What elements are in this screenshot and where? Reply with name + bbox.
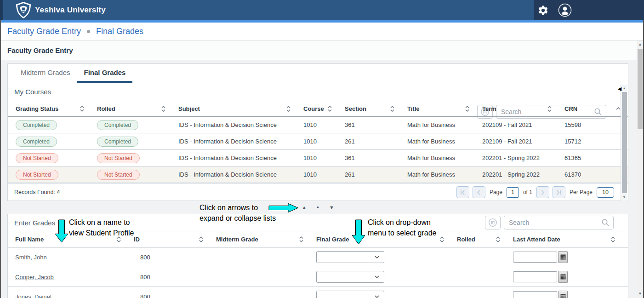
- student-name-link[interactable]: Cooper, Jacob: [15, 274, 54, 281]
- sort-icon[interactable]: [465, 106, 469, 112]
- final-grade-select[interactable]: [316, 251, 384, 263]
- students-column-id[interactable]: ID: [134, 236, 216, 243]
- user-profile-icon[interactable]: [558, 3, 572, 17]
- column-label: Full Name: [15, 236, 44, 243]
- course-row[interactable]: Not StartedNot StartedIDS - Information …: [8, 150, 628, 166]
- final-grade-select[interactable]: [316, 291, 384, 298]
- sort-icon[interactable]: [199, 236, 203, 242]
- courses-table-scrollbar[interactable]: ▲ ▼: [621, 85, 627, 201]
- term-cell: 202109 - Fall 2021: [482, 138, 564, 145]
- students-column-last-attend-date[interactable]: Last Attend Date: [513, 236, 628, 243]
- student-row[interactable]: Jones, Daniel800: [8, 287, 628, 298]
- courses-column-rolled[interactable]: Rolled: [97, 105, 178, 112]
- calendar-button[interactable]: [558, 271, 568, 283]
- last-page-button[interactable]: [553, 186, 565, 198]
- students-column-rolled[interactable]: Rolled: [457, 236, 513, 243]
- student-name-link[interactable]: Smith, John: [15, 254, 47, 261]
- page-scrollbar-thumb[interactable]: [638, 49, 643, 129]
- page-scroll-up-icon[interactable]: ▲: [637, 41, 644, 48]
- status-badge-completed: Completed: [97, 120, 138, 130]
- page-scrollbar[interactable]: ▲ ▼: [637, 40, 644, 298]
- grading-status-cell: Completed: [16, 120, 97, 130]
- next-page-button[interactable]: [536, 186, 549, 198]
- courses-table-body: CompletedCompletedIDS - Information & De…: [8, 117, 628, 183]
- rolled-cell: Completed: [97, 137, 178, 147]
- final-grade-cell: [316, 291, 457, 298]
- status-badge-not-started: Not Started: [16, 153, 58, 163]
- column-label: Grading Status: [16, 105, 58, 112]
- divider-dot-control[interactable]: ●: [317, 206, 319, 209]
- pagination: Page of 1 Per Page: [456, 186, 614, 198]
- course-cell: 1010: [303, 171, 345, 178]
- course-cell: 1010: [303, 121, 345, 128]
- chevron-down-icon: [375, 275, 379, 278]
- sort-icon[interactable]: [547, 106, 552, 112]
- window-left-edge: [0, 20, 1, 298]
- last-attend-date-input[interactable]: [513, 291, 557, 298]
- chevron-down-icon: [375, 256, 379, 258]
- student-row[interactable]: Cooper, Jacob800: [8, 267, 628, 287]
- calendar-button[interactable]: [558, 291, 568, 298]
- final-grade-select[interactable]: [316, 271, 384, 283]
- sort-icon[interactable]: [299, 236, 303, 242]
- column-label: Subject: [178, 105, 200, 112]
- courses-column-title[interactable]: Title: [407, 105, 482, 112]
- grade-tabs: Midterm Grades Final Grades: [8, 64, 628, 83]
- status-badge-completed: Completed: [97, 137, 138, 147]
- courses-column-course[interactable]: Course: [303, 105, 345, 112]
- tab-final-grades[interactable]: Final Grades: [77, 64, 133, 83]
- collapse-down-control[interactable]: ▼: [329, 205, 334, 210]
- sort-icon[interactable]: [611, 236, 615, 242]
- page-number-input[interactable]: [507, 187, 519, 198]
- sort-icon[interactable]: [328, 106, 332, 112]
- calendar-icon: [560, 294, 566, 298]
- scrollbar-thumb[interactable]: [622, 92, 627, 193]
- course-row[interactable]: CompletedCompletedIDS - Information & De…: [8, 117, 628, 133]
- courses-column-section[interactable]: Section: [345, 105, 407, 112]
- page-scroll-down-icon[interactable]: ▼: [637, 291, 644, 297]
- header-right-panel: [534, 0, 644, 20]
- scroll-down-icon[interactable]: ▼: [621, 194, 627, 201]
- calendar-icon: [560, 254, 566, 260]
- per-page-input[interactable]: [597, 187, 614, 198]
- records-found-label: Records Found: 4: [14, 189, 60, 195]
- collapse-column-icon[interactable]: [616, 107, 621, 110]
- tab-midterm-grades[interactable]: Midterm Grades: [14, 64, 77, 83]
- rolled-cell: Not Started: [97, 153, 178, 163]
- students-column-midterm-grade[interactable]: Midterm Grade: [216, 236, 316, 243]
- courses-column-grading-status[interactable]: Grading Status: [16, 105, 97, 112]
- grading-status-cell: Completed: [16, 137, 97, 147]
- sort-icon[interactable]: [440, 236, 444, 242]
- grades-tools-button[interactable]: [485, 216, 501, 229]
- title-strip: Faculty Grade Entry: [0, 40, 637, 60]
- faculty-grade-entry-page: Yeshiva University Faculty Grade Entry F…: [0, 0, 644, 298]
- breadcrumb-final-grades[interactable]: Final Grades: [96, 27, 143, 36]
- course-row[interactable]: CompletedCompletedIDS - Information & De…: [8, 133, 628, 150]
- sort-icon[interactable]: [80, 106, 84, 112]
- rolled-cell: Not Started: [97, 170, 178, 180]
- course-row[interactable]: Not StartedNot StartedIDS - Information …: [8, 166, 628, 183]
- expand-up-control[interactable]: ▲: [302, 205, 307, 210]
- section-cell: 261: [345, 171, 407, 178]
- courses-column-term[interactable]: Term: [482, 105, 564, 112]
- sort-icon[interactable]: [496, 236, 500, 242]
- calendar-button[interactable]: [558, 251, 568, 263]
- student-id-cell: 800: [134, 254, 216, 261]
- annotation-student-profile: Click on a name toview Student Profile: [69, 217, 134, 238]
- last-attend-date-input[interactable]: [513, 271, 557, 282]
- settings-gear-icon[interactable]: [537, 5, 549, 17]
- sort-icon[interactable]: [161, 106, 165, 112]
- sort-icon[interactable]: [286, 106, 291, 112]
- student-name-link[interactable]: Jones, Daniel: [15, 293, 51, 298]
- sort-icon[interactable]: [390, 106, 394, 112]
- title-cell: Math for Business: [407, 155, 482, 161]
- status-badge-not-started: Not Started: [16, 170, 58, 180]
- breadcrumb-faculty-grade-entry[interactable]: Faculty Grade Entry: [7, 27, 81, 36]
- grades-search-input[interactable]: [504, 219, 601, 226]
- prev-page-button[interactable]: [473, 186, 485, 198]
- last-attend-date-input[interactable]: [513, 252, 557, 263]
- courses-column-subject[interactable]: Subject: [178, 105, 303, 112]
- first-page-button[interactable]: [456, 186, 469, 198]
- status-badge-completed: Completed: [16, 120, 57, 130]
- student-row[interactable]: Smith, John800: [8, 247, 628, 267]
